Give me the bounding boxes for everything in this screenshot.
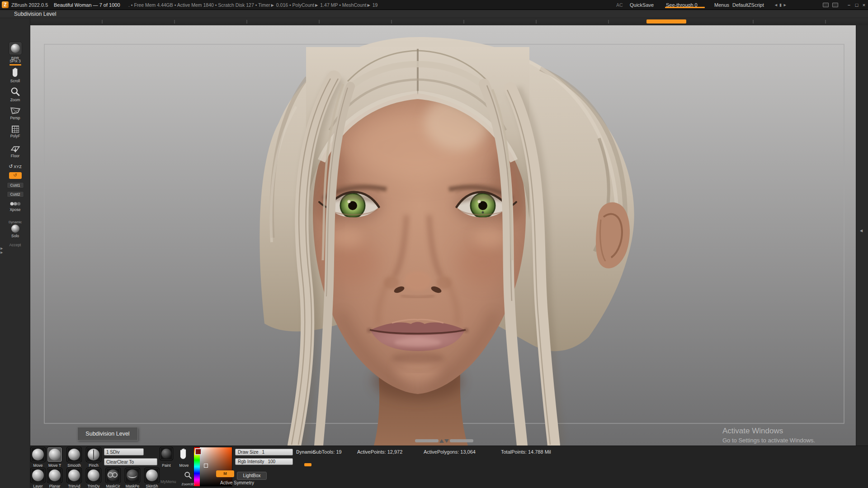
maximize-button[interactable]: □ [853,0,860,10]
left-tray-collapse-icon[interactable]: ▶▶ [0,246,3,254]
sculpt-canvas[interactable] [30,25,856,446]
xpose-icon [0,201,30,206]
secondary-color-swatch[interactable] [195,448,202,455]
brush-smooth[interactable] [66,447,82,462]
brush-smooth-label: Smooth [64,463,84,468]
hand-icon [178,454,189,461]
scroll-label: Scroll [0,79,30,83]
brush-pinch[interactable] [86,447,101,462]
zoom3d-label: Zoom3D [179,482,197,486]
spix-slider[interactable]: SPix 3 [0,58,30,66]
color-mode-button[interactable]: M [216,470,234,477]
brush-trim-adaptive[interactable] [66,468,82,483]
ac-label: AC [616,0,623,10]
solo-label: Solo [0,234,30,238]
header-tool-icons[interactable]: ◄▮► [774,0,788,10]
polyf-button[interactable]: PolyF [0,126,30,138]
rgb-intensity-indicator[interactable] [304,463,311,466]
brush-trim-adaptive-label: TrimAd [64,484,84,488]
floor-label: Floor [0,154,30,158]
mymenu-label: MyMenu [160,479,176,484]
cursor-dot [482,211,484,214]
polyframe-icon [12,126,19,133]
scroll-button[interactable]: Scroll [0,67,30,83]
brush-skinshell-label: SkinSh [142,484,162,488]
xpose-button[interactable]: Xpose [0,201,30,212]
clear-to-field[interactable] [104,458,157,465]
titlebar: Z ZBrush 2022.0.5 Beautiful Woman — 7 of… [0,0,868,10]
accept-label: Accept [0,243,30,247]
brush-trim-dynamic[interactable] [86,468,101,483]
floor-button[interactable]: Floor [0,145,30,158]
persp-label: Persp [0,116,30,120]
sdiv-slider-field[interactable] [104,448,144,455]
rgb-intensity-label: Rgb Intensity [238,459,264,464]
left-shelf: BPR SPix 3 Scroll Zoom Persp PolyF [0,18,30,488]
activepoints-stat: ActivePoints: 12,972 [357,449,402,455]
lightbox-button[interactable]: LightBox [237,472,267,480]
rgb-intensity-value: 100 [268,459,275,464]
tray-collapse-icon[interactable]: ◀ [860,229,863,233]
menus-button[interactable]: Menus [714,0,729,10]
brush-planar-label: Planar [45,484,65,488]
tray-divider-strip [30,18,868,25]
brush-move-topological[interactable] [47,447,62,462]
solo-button[interactable]: Solo [0,225,30,238]
brush-mask-pen-label: MaskPe [123,484,142,488]
hover-hint-label: Subdivision Level [14,10,56,18]
app-logo-icon[interactable]: Z [2,1,9,8]
accept-button[interactable]: Accept [0,242,30,247]
tray-progress-bar[interactable] [646,19,686,23]
brush-move-topo-label: Move T [45,463,65,468]
zoom-button[interactable]: Zoom [0,87,30,102]
zbrush-window: Z ZBrush 2022.0.5 Beautiful Woman — 7 of… [0,0,868,488]
default-zscript-button[interactable]: DefaultZScript [732,0,764,10]
cust2-button[interactable]: Cust2 [0,191,30,197]
brush-trim-dynamic-label: TrimDy [84,484,104,488]
dynamic-label: Dynamic [296,450,315,455]
watermark-subtitle: Go to Settings to activate Windows. [722,437,815,444]
zoom3d-button[interactable]: Zoom3D [179,471,197,486]
spix-label: SPix 3 [0,59,30,63]
paint-mode-button[interactable] [160,447,173,460]
viewport [30,25,856,446]
watermark-title: Activate Windows [722,427,815,436]
draw-size-slider[interactable]: Draw Size 1 [235,449,293,455]
hand-icon [0,67,30,78]
see-through-slider[interactable]: See-through 0 [666,0,698,10]
memory-stats: . • Free Mem 4.44GB • Active Mem 1840 • … [128,0,377,10]
active-symmetry-button[interactable]: Active Symmetry [220,480,254,485]
brush-skinshell[interactable] [144,468,160,483]
persp-button[interactable]: Persp [0,107,30,120]
monitor-icon[interactable] [832,3,838,7]
document-title: Beautiful Woman — 7 of 1000 [54,0,120,10]
app-title: ZBrush 2022.0.5 [11,0,48,10]
close-button[interactable]: × [860,0,868,10]
menubar: Subdivision Level [0,10,868,18]
brush-mask-pen[interactable] [125,468,140,483]
brush-planar[interactable] [47,468,62,483]
quicksave-button[interactable]: QuickSave [630,0,654,10]
gizmo-active-button[interactable]: ↺ [0,172,30,179]
move-tool-label: Move [174,463,194,468]
brush-mask-circle[interactable] [105,468,121,483]
brush-layer[interactable] [30,468,46,483]
cust1-button[interactable]: Cust1 [0,182,30,188]
local-symmetry-button[interactable]: ↺XYZ [0,164,30,169]
tablet-icon[interactable] [823,3,829,7]
perspective-icon [0,107,30,115]
zoom-label: Zoom [0,98,30,102]
move-tool-button[interactable] [178,447,189,462]
right-tray-strip[interactable]: ◀ [856,25,868,446]
xpose-label: Xpose [0,207,30,212]
brush-move[interactable] [30,447,46,462]
xyz-label: XYZ [14,164,22,169]
spix-slider-bar [9,64,21,66]
minimize-button[interactable]: − [845,0,853,10]
activepolygons-stat: ActivePolygons: 13,064 [424,449,476,455]
color-cursor-marker [204,464,208,468]
see-through-indicator [665,7,705,8]
solo-sphere-icon [11,225,19,233]
rgb-intensity-slider[interactable]: Rgb Intensity 100 [235,458,293,465]
cust1-label: Cust1 [7,182,24,188]
